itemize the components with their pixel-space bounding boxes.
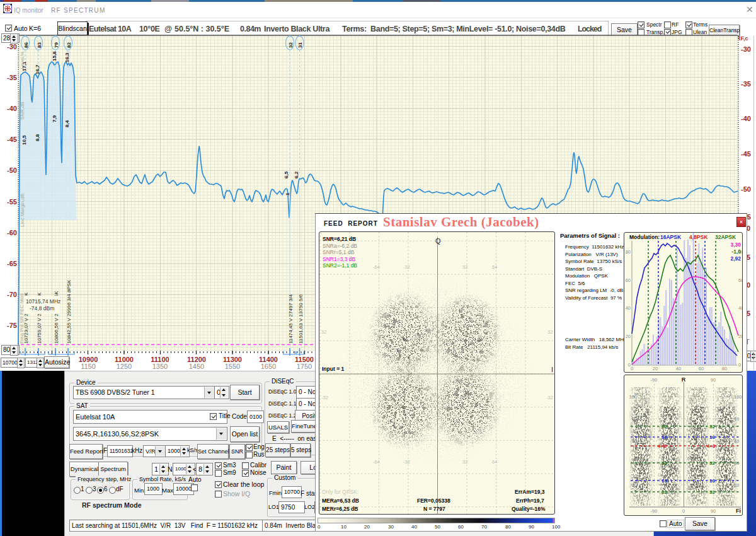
svg-text:-40: -40 — [7, 105, 17, 112]
svg-text:32: 32 — [662, 424, 667, 429]
svg-text:10842,55 V 29996 3/4 8PSK: 10842,55 V 29996 3/4 8PSK — [66, 279, 72, 344]
svg-text:40: 40 — [738, 305, 743, 311]
svg-text:Freq Pol SR FEC Mod: Freq Pol SR FEC Mod — [19, 293, 25, 344]
svg-text:15,8: 15,8 — [52, 51, 57, 61]
svg-text:-30: -30 — [7, 43, 17, 50]
svg-text:32: 32 — [462, 264, 467, 270]
svg-text:1650: 1650 — [261, 363, 276, 370]
svg-text:-74,8 dBm: -74,8 dBm — [30, 305, 54, 312]
svg-text:90: 90 — [711, 508, 716, 514]
svg-text:32: 32 — [662, 489, 667, 495]
svg-text:8,4: 8,4 — [64, 120, 70, 127]
svg-text:16,3: 16,3 — [64, 52, 70, 62]
svg-text:-35: -35 — [741, 80, 751, 88]
svg-text:SNR,dB: SNR,dB — [20, 102, 25, 120]
svg-text:I: I — [551, 366, 553, 373]
svg-text:60: 60 — [626, 277, 631, 283]
svg-text:-64: -64 — [373, 459, 380, 465]
svg-text:20: 20 — [738, 334, 743, 339]
svg-text:82: 82 — [66, 42, 72, 48]
svg-text:16APSK: 16APSK — [660, 234, 682, 240]
svg-text:Fi: Fi — [736, 508, 741, 514]
svg-text:-35: -35 — [7, 74, 17, 81]
svg-text:64: 64 — [492, 264, 497, 270]
svg-text:-50: -50 — [741, 185, 751, 193]
svg-text:Level,%: Level,% — [20, 52, 25, 69]
svg-text:64: 64 — [492, 459, 497, 465]
svg-text:Modulation:: Modulation: — [629, 234, 660, 240]
svg-text:-32: -32 — [403, 459, 410, 465]
svg-text:16: 16 — [662, 478, 667, 484]
svg-text:10,5: 10,5 — [21, 135, 27, 145]
svg-text:-70: -70 — [7, 291, 17, 298]
svg-text:4–8: 4–8 — [707, 443, 716, 449]
svg-text:32: 32 — [462, 459, 467, 465]
svg-text:-45: -45 — [741, 150, 751, 158]
svg-text:R: R — [682, 376, 686, 383]
svg-text:-55: -55 — [7, 198, 17, 206]
svg-text:8,8: 8,8 — [35, 134, 40, 141]
svg-text:1350: 1350 — [152, 363, 168, 370]
svg-text:20: 20 — [626, 334, 631, 339]
svg-text:32: 32 — [547, 329, 553, 335]
svg-text:-30: -30 — [741, 45, 751, 53]
svg-text:1750: 1750 — [297, 363, 312, 370]
svg-text:-32: -32 — [546, 395, 553, 400]
svg-text:4,8PSK: 4,8PSK — [689, 234, 708, 240]
svg-text:1150: 1150 — [81, 363, 96, 370]
svg-text:-65: -65 — [7, 260, 17, 267]
svg-text:1250: 1250 — [117, 363, 132, 370]
svg-text:90: 90 — [711, 377, 716, 383]
svg-text:80: 80 — [626, 249, 631, 255]
svg-text:10715,74 MHz: 10715,74 MHz — [26, 298, 60, 305]
svg-text:1450: 1450 — [189, 363, 204, 370]
svg-text:16: 16 — [709, 434, 715, 440]
svg-text:-32: -32 — [321, 395, 328, 400]
svg-text:20: 20 — [653, 366, 658, 371]
svg-text:32: 32 — [709, 424, 715, 429]
svg-text:-60: -60 — [7, 229, 17, 236]
svg-text:11474,45 V 27497 3/4: 11474,45 V 27497 3/4 — [288, 294, 294, 344]
svg-text:60: 60 — [699, 366, 704, 371]
svg-text:16: 16 — [709, 478, 715, 484]
svg-text:86: 86 — [23, 42, 29, 48]
svg-text:-50: -50 — [7, 166, 17, 174]
svg-text:0: 0 — [682, 508, 685, 514]
svg-text:-90: -90 — [651, 508, 658, 514]
svg-text:2,92: 2,92 — [730, 255, 741, 262]
svg-text:32: 32 — [288, 42, 294, 48]
svg-text:Q: Q — [435, 237, 441, 245]
svg-text:7,9: 7,9 — [52, 115, 57, 122]
svg-text:1550: 1550 — [225, 363, 240, 370]
svg-text:32: 32 — [709, 489, 715, 495]
svg-text:Linc Margin,dB: Linc Margin,dB — [20, 194, 25, 227]
svg-text:0: 0 — [631, 366, 633, 371]
svg-text:6,5: 6,5 — [284, 171, 289, 178]
svg-text:32: 32 — [709, 460, 715, 466]
svg-text:80: 80 — [722, 366, 727, 371]
svg-text:-1,0: -1,0 — [731, 248, 741, 255]
svg-text:60: 60 — [738, 277, 743, 283]
svg-text:32APSK: 32APSK — [715, 234, 736, 240]
svg-text:31: 31 — [297, 42, 303, 48]
svg-text:-75: -75 — [7, 322, 17, 329]
svg-text:4–8: 4–8 — [658, 443, 667, 449]
svg-text:16: 16 — [662, 434, 667, 440]
svg-text:32: 32 — [662, 460, 667, 466]
svg-text:-90: -90 — [651, 377, 658, 383]
svg-text:16,7: 16,7 — [35, 64, 40, 74]
svg-text:-64: -64 — [373, 264, 380, 270]
svg-text:6,2: 6,2 — [294, 171, 299, 178]
svg-text:11501,63 V 13750 5/6: 11501,63 V 13750 5/6 — [298, 294, 304, 344]
svg-text:3,30: 3,30 — [730, 242, 741, 248]
svg-text:32: 32 — [321, 329, 326, 335]
svg-text:83: 83 — [37, 42, 42, 48]
svg-text:0: 0 — [738, 362, 741, 368]
svg-text:40: 40 — [676, 366, 681, 371]
svg-text:79: 79 — [54, 42, 59, 48]
svg-text:40: 40 — [626, 305, 631, 311]
svg-text:-40: -40 — [741, 115, 751, 122]
svg-text:-45: -45 — [7, 136, 17, 143]
svg-text:-32: -32 — [403, 264, 410, 270]
